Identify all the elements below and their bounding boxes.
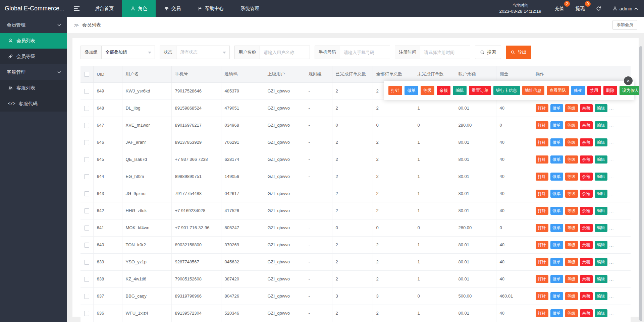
row-action-make-order[interactable]: 做单 (550, 207, 563, 215)
row-checkbox[interactable] (84, 277, 89, 282)
row-action-balance[interactable]: 余额 (580, 258, 593, 266)
row-action-make-order[interactable]: 做单 (550, 241, 563, 249)
phone-input[interactable] (340, 46, 390, 59)
row-action-inject[interactable]: 打针 (536, 138, 548, 146)
popup-action-balance[interactable]: 余额 (437, 86, 450, 95)
row-more-actions-button[interactable]: ... (609, 106, 614, 111)
row-more-actions-button[interactable]: ... (609, 208, 614, 213)
row-action-make-order[interactable]: 做单 (550, 292, 563, 300)
reg-time-input[interactable] (420, 46, 470, 59)
row-checkbox[interactable] (84, 311, 89, 316)
username-input[interactable] (260, 46, 310, 59)
row-action-level[interactable]: 等级 (565, 258, 578, 266)
row-action-balance[interactable]: 余额 (580, 155, 593, 164)
row-action-make-order[interactable]: 做单 (550, 258, 563, 266)
row-action-balance[interactable]: 余额 (580, 207, 593, 215)
sidebar-group-service-management[interactable]: 客服管理 (0, 64, 67, 80)
row-action-make-order[interactable]: 做单 (550, 104, 563, 112)
row-action-edit[interactable]: 编辑 (595, 207, 607, 215)
row-action-inject[interactable]: 打针 (536, 155, 548, 164)
row-action-balance[interactable]: 余额 (580, 190, 593, 198)
row-action-edit[interactable]: 编辑 (595, 121, 607, 129)
sidebar-item-member-list[interactable]: 会员列表 (0, 33, 67, 49)
recharge-button[interactable]: 充值 2 (549, 0, 570, 17)
row-more-actions-button[interactable]: ... (609, 226, 614, 231)
row-checkbox[interactable] (84, 157, 89, 162)
stack-group-select[interactable]: 全部叠加组 (101, 46, 155, 59)
row-action-make-order[interactable]: 做单 (550, 190, 563, 198)
row-more-actions-button[interactable]: ... (609, 294, 614, 299)
add-member-button[interactable]: 添加会员 (612, 20, 637, 30)
row-checkbox[interactable] (84, 260, 89, 265)
nav-item-dashboard[interactable]: 后台首页 (87, 0, 122, 17)
row-checkbox[interactable] (84, 226, 89, 231)
row-action-make-order[interactable]: 做单 (550, 121, 563, 129)
row-checkbox[interactable] (84, 294, 89, 299)
row-more-actions-button[interactable]: ... (609, 311, 614, 316)
row-action-inject[interactable]: 打针 (536, 241, 548, 249)
row-action-balance[interactable]: 余额 (580, 292, 593, 300)
row-action-edit[interactable]: 编辑 (595, 190, 607, 198)
popup-action-reset-orders[interactable]: 重置订单 (469, 86, 491, 95)
row-more-actions-button[interactable]: ... (609, 277, 614, 282)
nav-item-transactions[interactable]: 交易 (156, 0, 189, 17)
popup-action-inject[interactable]: 打针 (388, 86, 402, 95)
row-action-edit[interactable]: 编辑 (595, 155, 607, 164)
nav-item-roles[interactable]: 角色 (122, 0, 156, 17)
row-more-actions-button[interactable]: ... (609, 123, 614, 128)
row-action-edit[interactable]: 编辑 (595, 275, 607, 283)
row-checkbox[interactable] (84, 243, 89, 248)
row-action-make-order[interactable]: 做单 (550, 138, 563, 146)
popup-action-bank-card-info[interactable]: 银行卡信息 (493, 86, 520, 95)
row-action-level[interactable]: 等级 (565, 241, 578, 249)
popup-action-account-change[interactable]: 账变 (571, 86, 585, 95)
user-menu[interactable]: admin (606, 0, 644, 17)
row-checkbox[interactable] (84, 174, 89, 179)
popup-action-set-as-fake[interactable]: 设为假人 (620, 86, 642, 95)
row-checkbox[interactable] (84, 208, 89, 213)
row-action-inject[interactable]: 打针 (536, 224, 548, 232)
row-action-level[interactable]: 等级 (565, 190, 578, 198)
row-action-balance[interactable]: 余额 (580, 138, 593, 146)
row-action-inject[interactable]: 打针 (536, 104, 548, 112)
row-checkbox[interactable] (84, 106, 89, 111)
row-action-balance[interactable]: 余额 (580, 173, 593, 181)
popup-action-edit[interactable]: 编辑 (453, 86, 467, 95)
row-action-level[interactable]: 等级 (565, 104, 578, 112)
row-action-balance[interactable]: 余额 (580, 104, 593, 112)
row-action-level[interactable]: 等级 (565, 292, 578, 300)
row-more-actions-button[interactable]: ... (609, 157, 614, 162)
row-more-actions-button[interactable]: ... (609, 260, 614, 265)
sidebar-group-member-management[interactable]: 会员管理 (0, 17, 67, 33)
row-action-edit[interactable]: 编辑 (595, 309, 607, 317)
row-action-edit[interactable]: 编辑 (595, 104, 607, 112)
nav-item-help-center[interactable]: 帮助中心 (189, 0, 232, 17)
popup-action-disable[interactable]: 禁用 (587, 86, 601, 95)
row-more-actions-button[interactable]: ... (609, 174, 614, 179)
row-action-balance[interactable]: 余额 (580, 224, 593, 232)
row-action-make-order[interactable]: 做单 (550, 309, 563, 317)
row-action-make-order[interactable]: 做单 (550, 224, 563, 232)
row-action-level[interactable]: 等级 (565, 275, 578, 283)
sidebar-toggle-button[interactable] (67, 0, 87, 17)
nav-item-system-management[interactable]: 系统管理 (232, 0, 268, 17)
status-select[interactable]: 所有状态 (176, 46, 230, 59)
row-more-actions-button[interactable]: ... (609, 191, 614, 196)
row-action-inject[interactable]: 打针 (536, 207, 548, 215)
row-action-make-order[interactable]: 做单 (550, 275, 563, 283)
row-action-level[interactable]: 等级 (565, 121, 578, 129)
row-action-balance[interactable]: 余额 (580, 241, 593, 249)
row-checkbox[interactable] (84, 89, 89, 94)
popup-action-address-info[interactable]: 地址信息 (522, 86, 544, 95)
row-action-level[interactable]: 等级 (565, 173, 578, 181)
row-action-edit[interactable]: 编辑 (595, 224, 607, 232)
row-action-level[interactable]: 等级 (565, 224, 578, 232)
select-all-checkbox[interactable] (84, 72, 89, 77)
row-checkbox[interactable] (84, 140, 89, 145)
row-action-make-order[interactable]: 做单 (550, 173, 563, 181)
row-checkbox[interactable] (84, 123, 89, 128)
row-action-level[interactable]: 等级 (565, 155, 578, 164)
withdraw-button[interactable]: 提现 0 (570, 0, 591, 17)
row-more-actions-button[interactable]: ... (609, 140, 614, 145)
row-action-inject[interactable]: 打针 (536, 309, 548, 317)
